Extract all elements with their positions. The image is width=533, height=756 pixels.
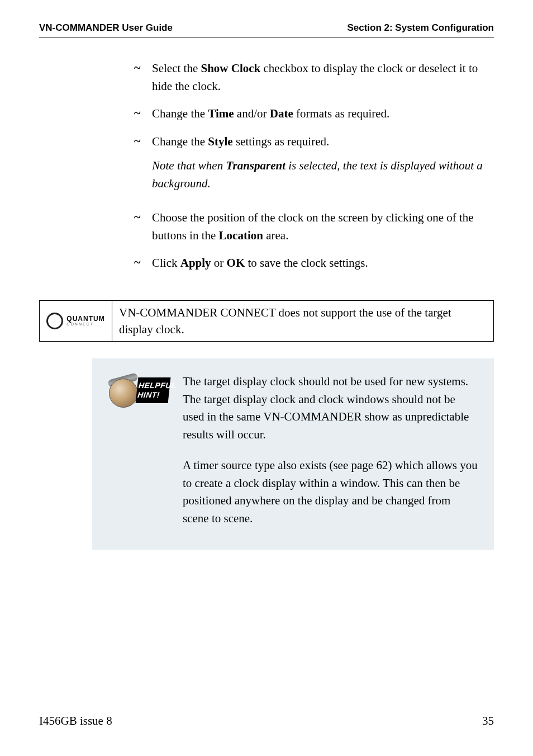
quantum-note-box: QUANTUM CONNECT VN-COMMANDER CONNECT doe… <box>39 300 494 342</box>
bullet-marker: ~ <box>134 105 152 123</box>
header-left: VN-COMMANDER User Guide <box>39 22 173 34</box>
bullet-text: Change the Time and/or Date formats as r… <box>152 105 483 123</box>
page-header: VN-COMMANDER User Guide Section 2: Syste… <box>39 22 494 37</box>
bullet-list: ~ Select the Show Clock checkbox to disp… <box>134 60 483 272</box>
quantum-logo-text: QUANTUM <box>66 315 104 322</box>
bullet-text: Click Apply or OK to save the clock sett… <box>152 254 483 272</box>
bullet-marker: ~ <box>134 209 152 244</box>
bullet-text: Choose the position of the clock on the … <box>152 209 483 244</box>
list-item: ~ Click Apply or OK to save the clock se… <box>134 254 483 272</box>
hint-box: HELPFUL HINT! The target display clock s… <box>92 358 494 550</box>
page-footer: I456GB issue 8 35 <box>39 714 494 728</box>
italic-note: Note that when Transparent is selected, … <box>152 157 483 192</box>
list-item: ~ Change the Time and/or Date formats as… <box>134 105 483 123</box>
list-item: ~ Change the Style settings as required.… <box>134 133 483 200</box>
bullet-marker: ~ <box>134 254 152 272</box>
footer-doc-id: I456GB issue 8 <box>39 714 112 728</box>
hint-paragraph: The target display clock should not be u… <box>183 373 478 443</box>
bullet-marker: ~ <box>134 60 152 95</box>
bullet-marker: ~ <box>134 133 152 200</box>
list-item: ~ Choose the position of the clock on th… <box>134 209 483 244</box>
quantum-logo-cell: QUANTUM CONNECT <box>40 301 112 342</box>
quantum-logo-subtext: CONNECT <box>66 322 104 326</box>
header-right: Section 2: System Configuration <box>347 22 494 34</box>
hint-label-line1: HELPFUL <box>138 381 169 391</box>
hint-text: The target display clock should not be u… <box>183 373 478 527</box>
hint-label-line2: HINT! <box>137 390 168 400</box>
helpful-hint-icon: HELPFUL HINT! <box>108 373 169 412</box>
main-content: ~ Select the Show Clock checkbox to disp… <box>39 60 494 550</box>
quantum-logo-icon: QUANTUM CONNECT <box>46 313 104 329</box>
quantum-note-text: VN-COMMANDER CONNECT does not support th… <box>112 301 493 342</box>
circle-icon <box>46 313 63 329</box>
bullet-text: Select the Show Clock checkbox to displa… <box>152 60 483 95</box>
list-item: ~ Select the Show Clock checkbox to disp… <box>134 60 483 95</box>
bullet-text: Change the Style settings as required. N… <box>152 133 483 200</box>
footer-page-number: 35 <box>482 714 494 728</box>
hint-paragraph: A timer source type also exists (see pag… <box>183 457 478 527</box>
